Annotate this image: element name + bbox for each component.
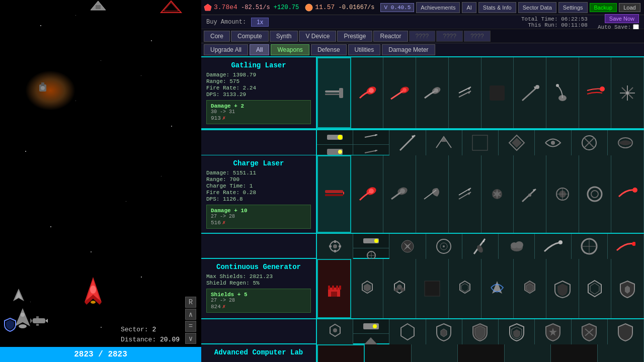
ai-btn[interactable]: AI (462, 2, 476, 13)
gatling-icon-0[interactable] (317, 57, 351, 128)
charge-icon-7[interactable] (546, 155, 579, 233)
gatling-icon-3[interactable] (416, 57, 449, 128)
gatling-icon-8[interactable] (579, 57, 612, 128)
charge-s2-5[interactable] (462, 234, 499, 259)
gatling-single-5[interactable] (535, 130, 571, 155)
tab-unknown-3[interactable]: ???? (464, 31, 491, 42)
comp-icon-2[interactable] (412, 344, 458, 362)
save-now-btn[interactable]: Save Now (605, 14, 639, 23)
charge-icon-5[interactable] (481, 155, 514, 233)
load-btn[interactable]: Load (619, 3, 640, 12)
gen-icon-2[interactable] (383, 259, 416, 318)
enemy-ship (35, 80, 50, 98)
charge-s2-6[interactable] (499, 234, 535, 259)
charge-s2-3[interactable] (389, 234, 426, 259)
charge-s2-4[interactable] (426, 234, 462, 259)
gen-s2-7[interactable] (572, 319, 608, 344)
charge-icon-1[interactable] (351, 155, 384, 233)
svg-rect-38 (490, 85, 505, 101)
backup-btn[interactable]: Backup (590, 3, 617, 12)
charge-s2-9[interactable] (608, 234, 644, 259)
tab-unknown-1[interactable]: ???? (409, 31, 436, 42)
gatling-icon-4[interactable] (449, 57, 481, 128)
charge-icon-8[interactable] (579, 155, 612, 233)
computer-lab-info: Advanced Computer Lab C. Speed + 0.05 20… (201, 344, 317, 362)
gen-icon-4[interactable] (449, 259, 481, 318)
gen-double-top-1[interactable] (353, 319, 389, 334)
tab-upgrade-all[interactable]: Upgrade All (204, 44, 248, 55)
charge-s2-8[interactable] (572, 234, 608, 259)
gatling-single-1[interactable] (389, 130, 426, 155)
gen-s2-6[interactable] (535, 319, 571, 344)
gatling-damage-stat: Damage: 1398.79 (206, 72, 311, 78)
charge-icon-6[interactable] (514, 155, 546, 233)
gatling-double-top-1[interactable] (317, 130, 353, 145)
gen-icon-6[interactable] (514, 259, 546, 318)
tab-utilities[interactable]: Utilities (348, 44, 381, 55)
achievements-btn[interactable]: Achievements (416, 2, 460, 13)
gen-icon-7[interactable] (546, 259, 579, 318)
gen-icon-1[interactable] (351, 259, 384, 318)
gen-shield-star (543, 322, 563, 342)
comp-icon-5[interactable] (551, 344, 597, 362)
nav-eq-btn[interactable]: = (185, 321, 196, 332)
buy-amount-btn[interactable]: 1x (251, 18, 269, 27)
gatling-single-7[interactable] (608, 130, 644, 155)
svg-point-87 (333, 244, 337, 248)
tab-defense[interactable]: Defense (311, 44, 347, 55)
gatling-icon-1[interactable] (351, 57, 384, 128)
gen-s2-4[interactable] (462, 319, 499, 344)
gen-s2-2[interactable] (389, 319, 426, 344)
charge-icon-9[interactable] (611, 155, 644, 233)
gen-icon-3[interactable] (416, 259, 449, 318)
settings-btn[interactable]: Settings (558, 2, 588, 13)
nav-down-btn[interactable]: ∨ (185, 333, 196, 344)
gatling-single-3[interactable] (462, 130, 499, 155)
gatling-icon-7[interactable] (546, 57, 579, 128)
gen-icon-0[interactable] (317, 259, 351, 318)
tab-vdevice[interactable]: V Device (299, 31, 336, 42)
charge-s2-1[interactable] (317, 234, 353, 259)
gatling-single-2[interactable] (426, 130, 462, 155)
charge-arrows-1 (455, 184, 475, 204)
tab-reactor[interactable]: Reactor (373, 31, 408, 42)
gen-icon-9[interactable] (611, 259, 644, 318)
tab-core[interactable]: Core (204, 31, 230, 42)
charge-double-top-1[interactable] (353, 234, 389, 248)
gen-s2-0[interactable] (317, 319, 353, 344)
comp-icon-3[interactable] (458, 344, 504, 362)
gatling-icon-9[interactable] (611, 57, 644, 128)
tab-synth[interactable]: Synth (270, 31, 298, 42)
comp-icon-4[interactable] (505, 344, 551, 362)
gatling-dps-stat: DPS: 3133.29 (206, 92, 311, 98)
tab-weapons[interactable]: Weapons (271, 44, 309, 55)
tab-compute[interactable]: Compute (231, 31, 269, 42)
gen-icon-8[interactable] (579, 259, 612, 318)
tab-damage-meter[interactable]: Damage Meter (382, 44, 435, 55)
gatling-icon-6[interactable] (514, 57, 546, 128)
gatling-single-4[interactable] (499, 130, 535, 155)
comp-icon-1[interactable] (365, 344, 411, 362)
gatling-single-6[interactable] (572, 130, 608, 155)
comp-icon-6[interactable] (598, 344, 644, 362)
stats-info-btn[interactable]: Stats & Info (478, 2, 516, 13)
tab-prestige[interactable]: Prestige (337, 31, 372, 42)
gen-s2-8[interactable] (608, 319, 644, 344)
gen-s2-5[interactable] (499, 319, 535, 344)
gen-s2-3[interactable] (426, 319, 462, 344)
tab-all[interactable]: All (250, 44, 269, 55)
nav-up-btn[interactable]: ∧ (185, 309, 196, 320)
charge-s2-7[interactable] (535, 234, 571, 259)
tab-unknown-2[interactable]: ???? (436, 31, 463, 42)
charge-icon-0[interactable] (317, 155, 351, 233)
charge-icon-3[interactable] (416, 155, 449, 233)
gatling-icon-5[interactable] (481, 57, 514, 128)
charge-icon-2[interactable] (383, 155, 416, 233)
gatling-icon-2[interactable] (383, 57, 416, 128)
charge-icon-4[interactable] (449, 155, 481, 233)
gen-icon-5[interactable] (481, 259, 514, 318)
sector-data-btn[interactable]: Sector Data (518, 2, 556, 13)
nav-r-btn[interactable]: R (185, 297, 196, 308)
comp-icon-0[interactable] (317, 344, 365, 362)
gatling-double-top-2[interactable] (353, 130, 389, 145)
